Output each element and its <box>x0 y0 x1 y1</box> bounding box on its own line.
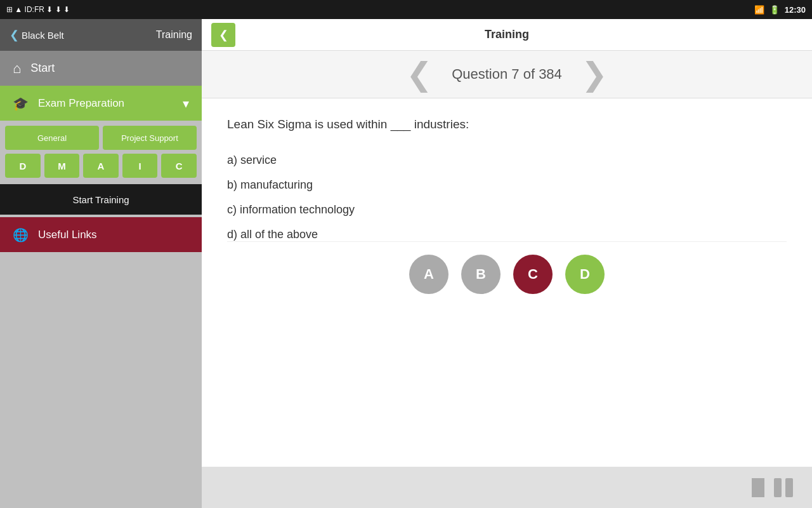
question-counter: Question 7 of 384 <box>452 66 562 83</box>
category-buttons-row: General Project Support <box>0 121 202 150</box>
dmaic-d-button[interactable]: D <box>5 154 41 178</box>
answer-buttons-row: A B C D <box>227 241 787 307</box>
sidebar-header: ❮ Black Belt Training <box>0 19 202 51</box>
start-label: Start <box>30 62 55 75</box>
answer-option-a: a) service <box>227 154 787 167</box>
answer-button-a[interactable]: A <box>409 255 449 294</box>
clock: 12:30 <box>785 5 806 15</box>
general-button[interactable]: General <box>5 126 99 150</box>
status-bar: ⊞ ▲ ID:FR ⬇ ⬇ ⬇ 📶 🔋 12:30 <box>0 0 812 19</box>
exam-icon: 🎓 <box>13 96 29 111</box>
answer-option-d: d) all of the above <box>227 228 787 241</box>
dmaic-m-button[interactable]: M <box>44 154 80 178</box>
sidebar-item-start[interactable]: ⌂ Start <box>0 51 202 86</box>
prev-question-button[interactable]: ❮ <box>406 58 433 90</box>
battery-icon: 🔋 <box>769 5 780 15</box>
status-right: 📶 🔋 12:30 <box>754 5 806 15</box>
answer-a-text: a) service <box>227 154 277 166</box>
dmaic-c-button[interactable]: C <box>161 154 197 178</box>
content-title: Training <box>485 28 529 41</box>
content-back-button[interactable]: ❮ <box>211 23 235 47</box>
dmaic-a-button[interactable]: A <box>83 154 119 178</box>
answer-c-text: c) information technology <box>227 203 355 216</box>
status-left: ⊞ ▲ ID:FR ⬇ ⬇ ⬇ <box>6 5 70 14</box>
chevron-left-icon: ❮ <box>10 28 19 42</box>
sidebar-item-exam-preparation[interactable]: 🎓 Exam Preparation ▾ <box>0 86 202 121</box>
answer-option-c: c) information technology <box>227 203 787 217</box>
pause-bar-1 <box>774 478 782 497</box>
dmaic-i-button[interactable]: I <box>122 154 158 178</box>
content-area: ❮ Training ❮ Question 7 of 384 ❯ Lean Si… <box>202 19 812 508</box>
exam-preparation-label: Exam Preparation <box>38 97 173 110</box>
wifi-icon: 📶 <box>754 5 764 15</box>
back-label: Black Belt <box>22 30 64 41</box>
sidebar: ❮ Black Belt Training ⌂ Start 🎓 Exam Pre… <box>0 19 202 508</box>
answer-options: a) service b) manufacturing c) informati… <box>227 154 787 241</box>
answer-button-c[interactable]: C <box>513 255 553 294</box>
answer-d-text: d) all of the above <box>227 228 318 241</box>
useful-links-label: Useful Links <box>38 229 97 241</box>
start-training-label: Start Training <box>72 194 129 205</box>
chevron-back-icon: ❮ <box>219 28 228 42</box>
sidebar-item-useful-links[interactable]: 🌐 Useful Links <box>0 217 202 252</box>
answer-b-text: b) manufacturing <box>227 178 313 191</box>
single-bar-icon <box>752 478 764 497</box>
pause-bar-2 <box>785 478 793 497</box>
question-navigation: ❮ Question 7 of 384 ❯ <box>202 51 812 98</box>
answer-option-b: b) manufacturing <box>227 178 787 192</box>
expand-icon: ▾ <box>183 96 189 111</box>
bottom-bar <box>202 467 812 508</box>
project-support-button[interactable]: Project Support <box>103 126 197 150</box>
back-button[interactable]: ❮ Black Belt <box>10 28 64 42</box>
start-training-button[interactable]: Start Training <box>0 184 202 215</box>
globe-icon: 🌐 <box>13 227 29 243</box>
dmaic-row: D M A I C <box>0 150 202 182</box>
home-icon: ⌂ <box>13 60 21 77</box>
content-header: ❮ Training <box>202 19 812 51</box>
answer-button-d[interactable]: D <box>565 255 605 294</box>
next-question-button[interactable]: ❯ <box>581 58 608 90</box>
status-icons: ⊞ ▲ ID:FR ⬇ ⬇ ⬇ <box>6 5 70 14</box>
answer-button-b[interactable]: B <box>461 255 501 294</box>
question-content: Lean Six Sigma is used within ___ indust… <box>202 98 812 467</box>
sidebar-section-title: Training <box>156 29 192 41</box>
question-text: Lean Six Sigma is used within ___ indust… <box>227 117 787 131</box>
pause-button[interactable] <box>774 478 793 497</box>
